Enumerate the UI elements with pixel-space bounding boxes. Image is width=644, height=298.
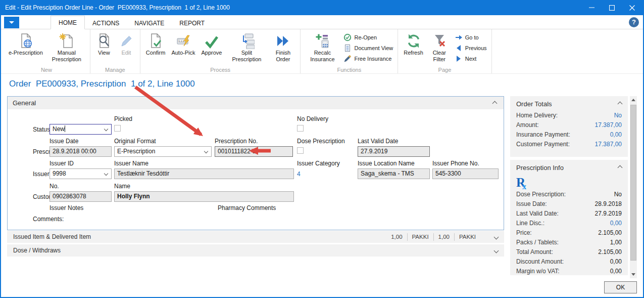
factbox-row: Issue Date:28.9.2018: [510, 199, 628, 209]
factbox-row: Price:2.105,00: [510, 228, 628, 238]
ok-button[interactable]: OK: [604, 281, 637, 293]
issue-date-field[interactable]: 28.9.2018 00:00: [49, 146, 112, 157]
tab-navigate[interactable]: NAVIGATE: [127, 17, 172, 29]
recalc-insurance-icon: [314, 32, 330, 50]
button-label: Manual Prescription: [49, 50, 84, 63]
free-insurance-button[interactable]: Free Insurance: [341, 54, 395, 63]
next-button[interactable]: Next: [453, 54, 489, 63]
button-label: Go to: [465, 34, 479, 40]
confirm-button[interactable]: Confirm: [143, 30, 169, 58]
fasttab-summary: 1,00 PAKKI 1,00 PAKKI: [391, 233, 498, 241]
minimize-button[interactable]: [581, 0, 602, 15]
last-valid-date-field[interactable]: 27.9.2019: [358, 146, 430, 157]
tab-actions[interactable]: ACTIONS: [85, 17, 127, 29]
split-prescription-button[interactable]: Split Prescription: [225, 30, 268, 64]
page-title: Order PE000933, Prescription 1 of 2, Lin…: [9, 79, 195, 89]
factbox-row: Insurance Payment:0,00: [510, 130, 628, 140]
factbox-title: Order Totals: [516, 100, 552, 108]
divider: [454, 233, 455, 241]
maximize-button[interactable]: [602, 0, 622, 15]
expand-icon[interactable]: [494, 234, 499, 239]
manual-prescription-button[interactable]: Manual Prescription: [46, 30, 87, 64]
scroll-up-button[interactable]: [630, 96, 637, 104]
summary-uom: PAKKI: [459, 234, 476, 240]
window: Edit - Edit Presciption Order Line - Ord…: [0, 0, 644, 298]
issuer-name-field[interactable]: Testlæknir Tesdóttir: [114, 168, 294, 179]
expand-icon[interactable]: [494, 248, 499, 253]
row-value[interactable]: 0,00: [610, 131, 622, 139]
clear-filter-button[interactable]: Clear Filter: [426, 30, 453, 64]
customer-no-label: No.: [49, 183, 59, 190]
e-prescription-button[interactable]: e-Prescription: [6, 30, 46, 58]
customer-no-field[interactable]: 0902863078: [49, 191, 112, 202]
refresh-button[interactable]: Refresh: [401, 30, 426, 58]
scrollbar-thumb[interactable]: [630, 105, 636, 261]
issuer-id-value: 9998: [53, 170, 66, 177]
original-format-dropdown[interactable]: E-Prescription: [114, 146, 212, 157]
recalc-insurance-button[interactable]: Recalc Insurance: [303, 30, 341, 64]
button-label: Split Prescription: [228, 50, 265, 63]
finish-order-button[interactable]: Finish Order: [268, 30, 298, 64]
auto-pick-button[interactable]: 1,1,1, Auto-Pick: [168, 30, 198, 58]
document-view-button[interactable]: Document View: [341, 44, 395, 53]
finish-order-icon: [275, 32, 291, 50]
button-label: Clear Filter: [429, 50, 450, 63]
ribbon-group-new: e-Prescription Manual Prescription New: [3, 29, 90, 73]
fasttab-dose-withdraws[interactable]: Dose / Withdraws: [7, 244, 504, 257]
issuer-category-label: Issuer Category: [297, 160, 340, 167]
auto-pick-icon: 1,1,1,: [175, 32, 191, 50]
app-menu-button[interactable]: [4, 17, 19, 28]
general-section-header[interactable]: General: [8, 97, 504, 109]
no-delivery-checkbox[interactable]: [297, 125, 304, 132]
row-label: Discount Amount:: [516, 258, 564, 266]
button-label: Refresh: [404, 50, 423, 56]
issuer-id-dropdown[interactable]: 9998: [49, 168, 112, 179]
tab-home[interactable]: HOME: [51, 16, 85, 29]
status-label: Status:: [33, 126, 52, 133]
fasttab-label: Issued Item & Delivered Item: [13, 233, 91, 240]
row-value[interactable]: No: [614, 112, 622, 119]
status-dropdown[interactable]: New: [49, 124, 112, 135]
rx-icon: Rx: [510, 175, 628, 190]
previous-button[interactable]: Previous: [453, 44, 489, 53]
tab-report[interactable]: REPORT: [172, 17, 212, 29]
row-value[interactable]: 17.387,00: [595, 121, 622, 129]
ribbon-group-caption: Functions: [301, 67, 398, 73]
issue-date-label: Issue Date: [49, 138, 78, 145]
collapse-icon[interactable]: [618, 165, 623, 171]
prescription-no-field[interactable]: 0010111822-1: [215, 146, 293, 157]
help-button[interactable]: ?: [629, 17, 639, 27]
view-button[interactable]: View: [93, 30, 115, 58]
picked-checkbox[interactable]: [114, 125, 121, 132]
triangle-down-icon: [631, 273, 635, 276]
row-value: 27.9.2019: [595, 210, 622, 218]
original-format-label: Original Format: [114, 138, 156, 145]
clear-filter-icon: [431, 32, 448, 50]
issue-location-name-field[interactable]: Saga_skema - TMS: [358, 168, 430, 179]
fasttab-issued-item[interactable]: Issued Item & Delivered Item 1,00 PAKKI …: [7, 231, 504, 243]
issuer-phone-no-field[interactable]: 545-3300: [432, 168, 499, 179]
row-value[interactable]: 0,00: [610, 220, 622, 227]
window-title: Edit - Edit Presciption Order Line - Ord…: [0, 4, 230, 11]
approve-button[interactable]: Approve: [198, 30, 225, 58]
collapse-icon[interactable]: [618, 102, 623, 107]
button-label: Free Insurance: [354, 56, 391, 62]
row-value[interactable]: 17.387,00: [595, 141, 622, 148]
issuer-label: Issuer:: [33, 171, 51, 178]
re-open-button[interactable]: Re-Open: [341, 33, 395, 42]
close-button[interactable]: [622, 0, 642, 15]
dose-prescription-checkbox[interactable]: [297, 147, 304, 154]
prescription-info-factbox: Prescription Info Rx Dose Prescription:N…: [510, 160, 628, 275]
scroll-down-button[interactable]: [630, 271, 637, 278]
window-controls: [581, 0, 642, 15]
button-label: Edit: [121, 50, 131, 56]
text-caret: [65, 125, 65, 132]
button-label: Re-Open: [354, 34, 377, 40]
issuer-category-value[interactable]: 4: [297, 171, 301, 178]
customer-name-field[interactable]: Holly Flynn: [114, 191, 294, 202]
issuer-notes-label: Issuer Notes: [49, 204, 83, 211]
edit-button[interactable]: Edit: [115, 30, 137, 58]
go-to-button[interactable]: Go to: [453, 33, 489, 42]
dose-prescription-label: Dose Prescription: [297, 138, 345, 145]
factbox-scrollbar[interactable]: [630, 96, 637, 278]
